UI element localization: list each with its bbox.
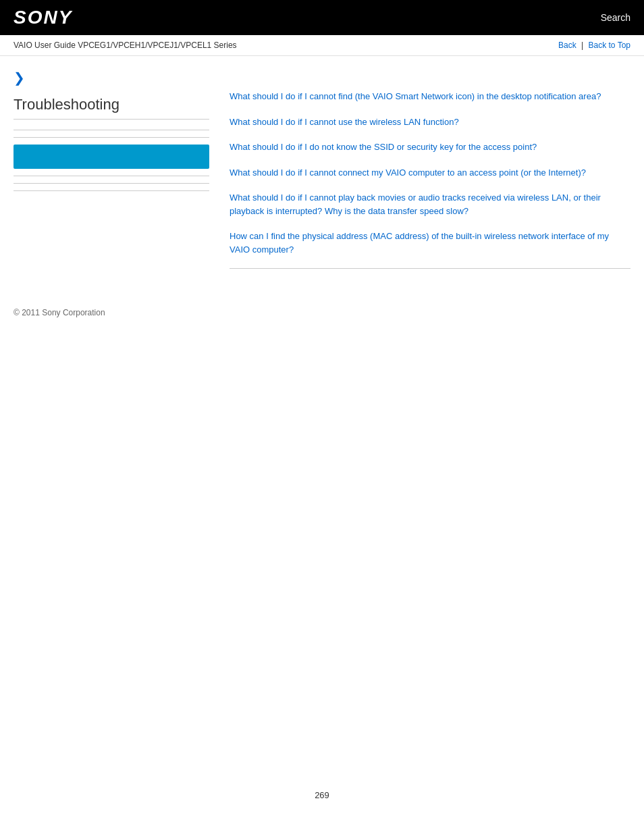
sidebar-divider-4 (14, 183, 209, 184)
sidebar-arrow-icon: ❯ (14, 70, 209, 86)
content-link-3[interactable]: What should I do if I do not know the SS… (230, 140, 630, 154)
search-button[interactable]: Search (601, 12, 630, 23)
sidebar-divider-2 (14, 137, 209, 138)
nav-links: Back | Back to Top (558, 41, 630, 50)
copyright-text: © 2011 Sony Corporation (14, 308, 105, 317)
content-link-1[interactable]: What should I do if I cannot find (the V… (230, 90, 630, 103)
main-content: ❯ Troubleshooting What should I do if I … (0, 56, 644, 294)
content-area: What should I do if I cannot find (the V… (230, 70, 630, 281)
footer: © 2011 Sony Corporation (0, 294, 644, 324)
back-to-top-link[interactable]: Back to Top (589, 41, 630, 50)
sony-logo: SONY (14, 7, 72, 28)
content-link-5[interactable]: What should I do if I cannot play back m… (230, 191, 630, 217)
breadcrumb-bar: VAIO User Guide VPCEG1/VPCEH1/VPCEJ1/VPC… (0, 35, 644, 56)
content-link-2[interactable]: What should I do if I cannot use the wir… (230, 115, 630, 129)
content-link-6[interactable]: How can I find the physical address (MAC… (230, 230, 630, 256)
back-link[interactable]: Back (558, 41, 576, 50)
header: SONY Search (0, 0, 644, 35)
breadcrumb: VAIO User Guide VPCEG1/VPCEH1/VPCEJ1/VPC… (14, 41, 237, 50)
content-bottom-divider (230, 268, 630, 269)
sidebar-divider-1 (14, 130, 209, 130)
sidebar: ❯ Troubleshooting (14, 70, 209, 281)
page-number: 269 (0, 777, 644, 814)
sidebar-highlight (14, 145, 209, 169)
sidebar-title: Troubleshooting (14, 96, 209, 120)
sidebar-divider-5 (14, 190, 209, 191)
content-link-4[interactable]: What should I do if I cannot connect my … (230, 166, 630, 180)
nav-separator: | (581, 41, 583, 50)
sidebar-divider-3 (14, 176, 209, 176)
